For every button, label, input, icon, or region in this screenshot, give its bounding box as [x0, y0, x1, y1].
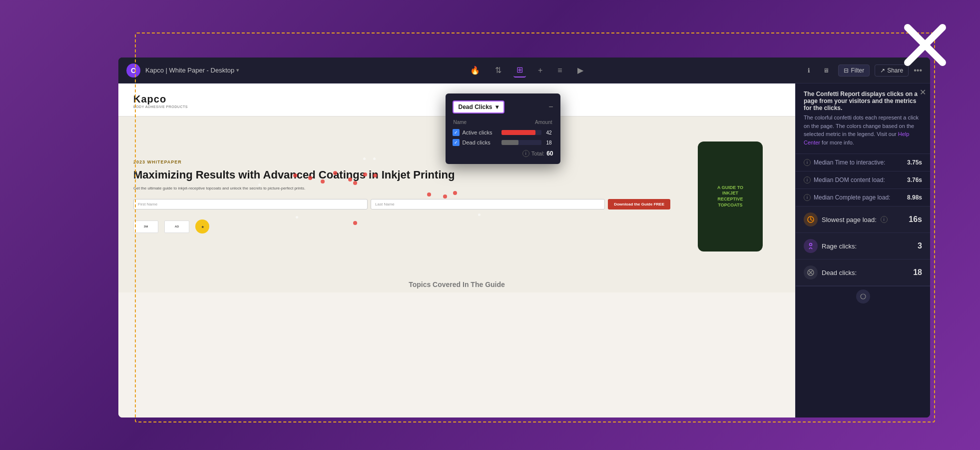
filter-button[interactable]: ⊟ Filter — [838, 64, 870, 76]
hero-title: Maximizing Results with Advanced Coating… — [133, 168, 670, 182]
share-icon: ↗ — [880, 67, 885, 74]
confetti-row-active: ✓ Active clicks 42 — [453, 129, 553, 136]
nav-logo: C — [126, 64, 140, 78]
cta-button[interactable]: Download the Guide FREE — [608, 199, 670, 210]
complete-label-text: Median Complete page load: — [814, 194, 890, 201]
confetti-dropdown-arrow: ▾ — [495, 104, 498, 110]
nav-icon-list[interactable]: ≡ — [554, 64, 565, 77]
nav-icon-scroll[interactable]: ⇅ — [492, 64, 504, 77]
confetti-panel: Dead Clicks ▾ − Name Amount ✓ A — [446, 94, 560, 164]
right-panel-close-btn[interactable]: ✕ — [920, 88, 926, 97]
rage-clicks-icon — [804, 239, 818, 253]
nav-center-icons: 🔥 ⇅ ⊞ + ≡ ▶ — [249, 63, 804, 78]
dead-clicks-metric-value: 18 — [913, 268, 922, 277]
partner-ad: AD — [164, 220, 189, 233]
hero-left-content: 2023 WHITEPAPER Maximizing Results with … — [133, 126, 670, 266]
col-name-header: Name — [454, 120, 467, 125]
slowest-load-value: 16s — [909, 215, 922, 224]
svg-point-9 — [861, 294, 866, 299]
right-confetti-info-section: The Confetti Report displays clicks on a… — [796, 84, 930, 154]
confetti-total: i Total: 60 — [453, 150, 553, 157]
phone-text: A GUIDE TOINKJETRECEPTIVETOPCOATS — [717, 185, 743, 208]
nav-info-btn[interactable]: ℹ — [804, 65, 814, 76]
active-clicks-bar-fill — [501, 130, 535, 135]
info-icon-complete[interactable]: i — [804, 194, 811, 201]
confetti-dropdown-value: Dead Clicks — [459, 104, 492, 110]
top-navigation: C Kapco | White Paper - Desktop ▾ 🔥 ⇅ ⊞ … — [118, 58, 930, 84]
confetti-table: Name Amount ✓ Active clicks 42 — [453, 120, 553, 146]
confetti-table-header: Name Amount — [453, 120, 553, 125]
nav-icon-heatmap[interactable]: 🔥 — [467, 64, 483, 77]
topics-section-title: Topics Covered In The Guide — [118, 276, 795, 292]
filter-label: Filter — [851, 67, 864, 74]
right-panel: The Confetti Report displays clicks on a… — [795, 84, 930, 418]
info-icon-dom[interactable]: i — [804, 176, 811, 184]
tti-label-text: Median Time to interactive: — [814, 159, 885, 166]
slowest-load-icon — [804, 212, 818, 226]
info-icon-tti[interactable]: i — [804, 159, 811, 166]
metric-label-complete: i Median Complete page load: — [804, 194, 890, 201]
confetti-panel-close[interactable]: − — [548, 102, 553, 112]
partner-award: ★ — [195, 220, 209, 234]
panel-bottom-icon — [856, 290, 870, 304]
app-container: C Kapco | White Paper - Desktop ▾ 🔥 ⇅ ⊞ … — [118, 58, 930, 418]
tti-value: 3.75s — [907, 159, 922, 166]
last-name-input[interactable]: Last Name — [371, 199, 605, 210]
panel-scroll-area: The Confetti Report displays clicks on a… — [796, 84, 930, 418]
filter-icon: ⊟ — [844, 67, 849, 74]
dead-clicks-value: 18 — [546, 140, 553, 146]
nav-icon-confetti[interactable]: ⊞ — [513, 63, 526, 78]
col-amount-header: Amount — [535, 120, 552, 125]
first-name-input[interactable]: First Name — [133, 199, 368, 210]
nav-icon-video[interactable]: ▶ — [574, 64, 586, 77]
page-inner: Kapco BODY ADHESIVE PRODUCTS 2023 WHITEP… — [118, 84, 795, 418]
total-label: Total: — [531, 150, 544, 156]
active-clicks-checkbox[interactable]: ✓ — [453, 129, 460, 136]
slowest-load-label: Slowest page load: i — [804, 212, 888, 226]
phone-mockup: A GUIDE TOINKJETRECEPTIVETOPCOATS — [698, 142, 763, 252]
dead-clicks-label: Dead clicks — [463, 140, 498, 146]
rage-clicks-label: Rage clicks: — [804, 239, 857, 253]
confetti-info-title: The Confetti Report displays clicks on a… — [804, 90, 922, 112]
dead-clicks-checkbox[interactable]: ✓ — [453, 139, 460, 146]
dom-label-text: Median DOM content load: — [814, 176, 885, 184]
svg-point-5 — [810, 244, 812, 246]
svg-line-4 — [811, 220, 812, 220]
hero-subtitle: Get the ultimate guide to inkjet-recepti… — [133, 186, 670, 191]
hero-right-content: A GUIDE TOINKJETRECEPTIVETOPCOATS — [680, 126, 780, 266]
active-clicks-label: Active clicks — [463, 130, 498, 136]
hero-form: First Name Last Name Download the Guide … — [133, 199, 670, 210]
active-clicks-bar — [501, 130, 541, 135]
page-preview-area: Kapco BODY ADHESIVE PRODUCTS 2023 WHITEP… — [118, 84, 795, 418]
rage-clicks-text: Rage clicks: — [822, 242, 857, 250]
total-value: 60 — [546, 150, 553, 157]
confetti-dropdown[interactable]: Dead Clicks ▾ — [453, 100, 504, 114]
special-metric-rage: Rage clicks: 3 — [796, 233, 930, 260]
nav-device-btn[interactable]: 🖥 — [819, 65, 833, 76]
confetti-row-dead: ✓ Dead clicks 18 — [453, 139, 553, 146]
slowest-load-text: Slowest page load: — [822, 216, 877, 224]
nav-page-title: Kapco | White Paper - Desktop — [145, 66, 234, 74]
total-info-icon[interactable]: i — [522, 150, 529, 157]
dead-clicks-bar — [501, 140, 541, 145]
year-tag: 2023 WHITEPAPER — [133, 160, 670, 164]
dead-clicks-metric-label: Dead clicks: — [804, 266, 857, 280]
metric-row-time-to-interactive: i Median Time to interactive: 3.75s — [796, 154, 930, 172]
active-clicks-value: 42 — [546, 130, 553, 136]
partner-logos: 3M AD ★ — [133, 220, 670, 234]
nav-icon-add[interactable]: + — [535, 64, 545, 77]
x-logo-icon — [900, 20, 950, 70]
special-metric-dead: Dead clicks: 18 — [796, 260, 930, 286]
special-metric-slowest: Slowest page load: i 16s — [796, 206, 930, 233]
dom-value: 3.76s — [907, 176, 922, 184]
confetti-info-body: The colorful confetti dots each represen… — [804, 114, 922, 146]
nav-title-dropdown[interactable]: ▾ — [236, 67, 239, 74]
confetti-panel-header: Dead Clicks ▾ − — [453, 100, 553, 114]
info-icon-slowest[interactable]: i — [881, 216, 888, 223]
metric-label-tti: i Median Time to interactive: — [804, 159, 885, 166]
main-content: Kapco BODY ADHESIVE PRODUCTS 2023 WHITEP… — [118, 84, 930, 418]
dead-clicks-bar-fill — [501, 140, 518, 145]
complete-value: 8.98s — [907, 194, 922, 201]
metric-label-dom: i Median DOM content load: — [804, 176, 885, 184]
panel-bottom-spacer — [796, 286, 930, 306]
